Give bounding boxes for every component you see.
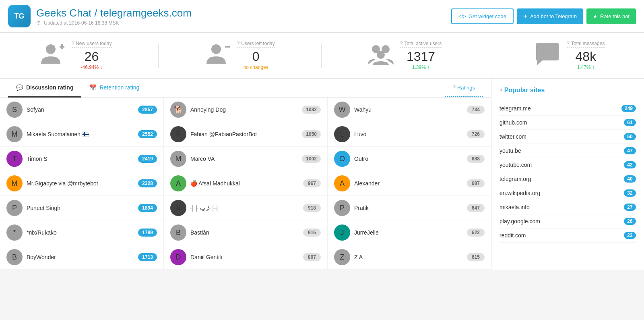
avatar: * (6, 224, 23, 241)
user-name: Mikaela Suomalainen 🇫🇮 (27, 131, 134, 137)
help-icon-4: ? (567, 41, 570, 46)
avatar: Z (334, 249, 350, 265)
rating-col-1: S Sofyan 2857 M Mikaela Suomalainen 🇫🇮 2… (0, 98, 163, 270)
list-item: twitter.com 50 (500, 130, 636, 144)
stats-row: ? New users today 26 -46.94% ? Users lef… (0, 33, 644, 79)
tab-discussion[interactable]: 💬 Discussion rating (8, 79, 81, 98)
total-messages-label: ? Total messages (567, 41, 605, 48)
score-badge: 615 (467, 253, 485, 261)
score-badge: 2328 (138, 179, 157, 187)
avatar: S (6, 102, 23, 118)
help-icon-3: ? (400, 41, 403, 46)
svg-point-0 (46, 44, 56, 54)
stat-divider-1 (158, 44, 159, 68)
rate-bot-button[interactable]: ★ Rate this bot (586, 8, 636, 24)
user-name: Wahyu (354, 106, 463, 113)
avatar: L (334, 126, 350, 142)
site-name: play.google.com (500, 218, 540, 224)
add-bot-button[interactable]: ✈ Add bot to Telegram (517, 8, 583, 24)
table-row: P Pratik 647 (328, 196, 491, 220)
site-name: mikaela.info (500, 204, 530, 210)
users-left-change: no changes (237, 64, 275, 70)
header-info: Geeks Chat / telegramgeeks.com ⏱ Updated… (36, 7, 192, 26)
user-name: Puneet Singh (27, 205, 134, 211)
total-active-icon (368, 41, 394, 70)
header: TG Geeks Chat / telegramgeeks.com ⏱ Upda… (0, 0, 644, 33)
logo: TG (8, 5, 31, 27)
table-row: J JurreJelle 622 (328, 220, 491, 245)
help-icon: ? (72, 41, 74, 46)
help-icon-6: ? (500, 88, 502, 94)
site-name: youtu.be (500, 148, 521, 154)
avatar: W (334, 102, 350, 118)
list-item: en.wikipedia.org 32 (500, 186, 636, 200)
help-icon-5: ? (453, 85, 456, 90)
user-name: Outro (354, 156, 463, 162)
avatar: M (6, 126, 23, 142)
score-badge: 1050 (302, 130, 321, 138)
avatar: A (334, 175, 350, 191)
new-users-change: -46.94% (72, 64, 112, 70)
calendar-icon: 📅 (89, 84, 96, 91)
score-badge: 1789 (138, 229, 157, 237)
user-name: Timon S (27, 156, 134, 162)
down-arrow-icon (100, 64, 103, 70)
score-badge: 2857 (138, 106, 157, 114)
total-active-stat: ? Total active users 1317 1.39% (368, 41, 442, 70)
tab-retention[interactable]: 📅 Retention rating (81, 79, 147, 98)
avatar: A (170, 175, 186, 191)
chat-icon: 💬 (16, 84, 23, 91)
avatar: T (6, 151, 23, 167)
user-name: JurreJelle (354, 229, 463, 236)
user-name: BoyWonder (27, 254, 134, 260)
ratings-link[interactable]: ? Ratings (445, 79, 483, 97)
user-name: Pratik (354, 205, 463, 211)
score-badge: 734 (467, 106, 485, 114)
user-name: Daniil Gentili (190, 254, 299, 260)
list-item: telegram.org 40 (500, 172, 636, 186)
site-count: 249 (621, 105, 636, 112)
score-badge: 1082 (302, 106, 321, 114)
new-users-stat: ? New users today 26 -46.94% (39, 41, 112, 70)
table-row: B Bastián 916 (164, 220, 327, 245)
help-icon-2: ? (237, 41, 240, 46)
site-count: 61 (624, 119, 636, 126)
stat-divider-3 (488, 44, 488, 68)
score-badge: 967 (303, 179, 321, 187)
avatar: D (170, 249, 186, 265)
avatar: B (6, 249, 23, 265)
rating-table: S Sofyan 2857 M Mikaela Suomalainen 🇫🇮 2… (0, 98, 491, 270)
total-messages-stat: ? Total messages 48k 1.47% (535, 41, 605, 70)
table-row: L Luvo 726 (328, 122, 491, 147)
rating-columns: S Sofyan 2857 M Mikaela Suomalainen 🇫🇮 2… (0, 98, 491, 270)
table-row: W Wahyu 734 (328, 98, 491, 122)
score-badge: 688 (467, 155, 485, 163)
svg-point-3 (211, 44, 221, 54)
total-active-change: 1.39% (400, 64, 442, 70)
last-updated: ⏱ Updated at 2016-06-16 18:38 MSK (36, 20, 192, 26)
widget-code-button[interactable]: </> Get widget code (451, 8, 514, 24)
avatar: F (170, 126, 186, 142)
avatar: M (170, 151, 186, 167)
users-left-stat: ? Users left today 0 no changes (205, 41, 275, 70)
score-badge: 726 (467, 130, 485, 138)
page-title: Geeks Chat / telegramgeeks.com (36, 7, 192, 19)
score-badge: 687 (467, 179, 485, 187)
user-name: 🍎 Afsal Madhukkal (190, 180, 299, 187)
table-row: Z Z A 615 (328, 245, 491, 270)
avatar: O (334, 151, 350, 167)
header-buttons: </> Get widget code ✈ Add bot to Telegra… (451, 8, 636, 24)
table-row: 🐕 Annoying Dog 1082 (164, 98, 327, 122)
score-badge: 1894 (138, 204, 157, 212)
popular-sites-list: telegram.me 249 github.com 61 twitter.co… (500, 102, 636, 243)
telegram-icon: ✈ (523, 13, 528, 19)
table-row: F Fabian @FabianPastorBot 1050 (164, 122, 327, 147)
clock-icon: ⏱ (36, 20, 41, 26)
new-users-icon (39, 41, 65, 70)
user-name: Bastián (190, 229, 299, 236)
site-name: en.wikipedia.org (500, 190, 540, 196)
score-badge: 1002 (302, 155, 321, 163)
user-name: Fabian @FabianPastorBot (190, 131, 298, 137)
new-users-label: ? New users today (72, 41, 112, 48)
user-name: ┤├ ب ͜ʖ ├┤ (190, 205, 299, 211)
